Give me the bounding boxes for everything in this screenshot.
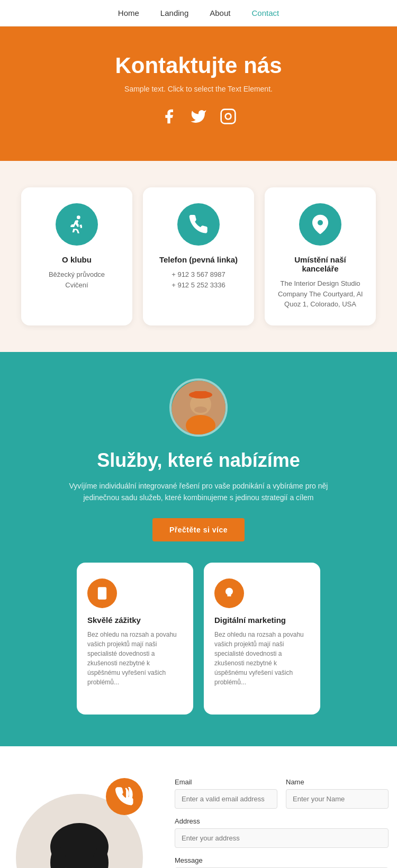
services-section: Služby, které nabízíme Vyvíjíme individu…: [0, 352, 397, 747]
address-label: Address: [175, 817, 389, 825]
email-label: Email: [175, 778, 277, 786]
phone-badge-icon: [106, 778, 143, 815]
name-label: Name: [286, 778, 389, 786]
svg-point-5: [186, 415, 215, 436]
hero-section: Kontaktujte nás Sample text. Click to se…: [0, 26, 397, 161]
hero-title: Kontaktujte nás: [11, 53, 386, 78]
form-row-email-name: Email Name: [175, 778, 389, 809]
card-phone-numbers: + 912 3 567 8987+ 912 5 252 3336: [154, 269, 243, 290]
navigation: Home Landing About Contact: [0, 0, 397, 26]
service-card-experiences-title: Skvělé zážitky: [87, 616, 183, 625]
card-phone-title: Telefon (pevná linka): [154, 255, 243, 264]
svg-point-9: [194, 406, 207, 413]
facebook-icon[interactable]: [160, 108, 177, 129]
svg-point-2: [77, 215, 80, 219]
instagram-icon[interactable]: [220, 108, 237, 129]
mobile-icon: [87, 578, 117, 608]
contact-form: Email Name Address Message PŘEDLOŽIT Obr…: [175, 778, 389, 868]
email-group: Email: [175, 778, 277, 809]
card-phone: Telefon (pevná linka) + 912 3 567 8987+ …: [143, 187, 254, 326]
address-input[interactable]: [175, 828, 389, 848]
name-group: Name: [286, 778, 389, 809]
twitter-icon[interactable]: [190, 108, 207, 129]
services-description: Vyvíjíme individuální integrované řešení…: [66, 480, 331, 504]
nav-about[interactable]: About: [210, 8, 230, 17]
contact-section: Email Name Address Message PŘEDLOŽIT Obr…: [0, 746, 397, 868]
nav-landing[interactable]: Landing: [160, 8, 188, 17]
services-title: Služby, které nabízíme: [16, 449, 381, 472]
runner-icon: [56, 203, 98, 246]
service-card-experiences: Skvělé zážitky Bez ohledu na rozsah a po…: [77, 563, 193, 715]
nav-home[interactable]: Home: [118, 8, 139, 17]
card-location-address: The Interior Design Studio Company The C…: [275, 278, 365, 310]
card-location-title: Umístění naší kanceláře: [275, 255, 365, 273]
bulb-icon: [214, 578, 244, 608]
email-input[interactable]: [175, 789, 277, 809]
services-read-more-button[interactable]: Přečtěte si více: [152, 518, 245, 541]
address-group: Address: [175, 817, 389, 848]
svg-rect-0: [221, 110, 236, 124]
service-card-experiences-desc: Bez ohledu na rozsah a povahu vašich pro…: [87, 630, 183, 687]
card-club-title: O klubu: [32, 255, 122, 264]
location-icon: [299, 203, 341, 246]
hero-subtitle: Sample text. Click to select the Text El…: [11, 85, 386, 93]
card-location: Umístění naší kanceláře The Interior Des…: [265, 187, 376, 326]
contact-image: [16, 778, 159, 868]
svg-point-3: [318, 220, 323, 225]
man-avatar: [169, 378, 228, 437]
card-club: O klubu Běžecký průvodceCvičení: [21, 187, 132, 326]
nav-contact[interactable]: Contact: [251, 8, 279, 17]
service-cards: Skvělé zážitky Bez ohledu na rozsah a po…: [16, 563, 381, 715]
social-icons: [11, 108, 386, 129]
cards-section: O klubu Běžecký průvodceCvičení Telefon …: [0, 161, 397, 352]
service-card-marketing-desc: Bez ohledu na rozsah a povahu vašich pro…: [214, 630, 310, 687]
service-card-marketing-title: Digitální marketing: [214, 616, 310, 625]
card-club-line1: Běžecký průvodceCvičení: [32, 269, 122, 290]
svg-rect-8: [193, 391, 209, 397]
name-input[interactable]: [286, 789, 389, 809]
message-label: Message: [175, 856, 389, 864]
service-card-marketing: Digitální marketing Bez ohledu na rozsah…: [204, 563, 320, 715]
message-group: Message: [175, 856, 389, 868]
phone-icon: [177, 203, 220, 246]
